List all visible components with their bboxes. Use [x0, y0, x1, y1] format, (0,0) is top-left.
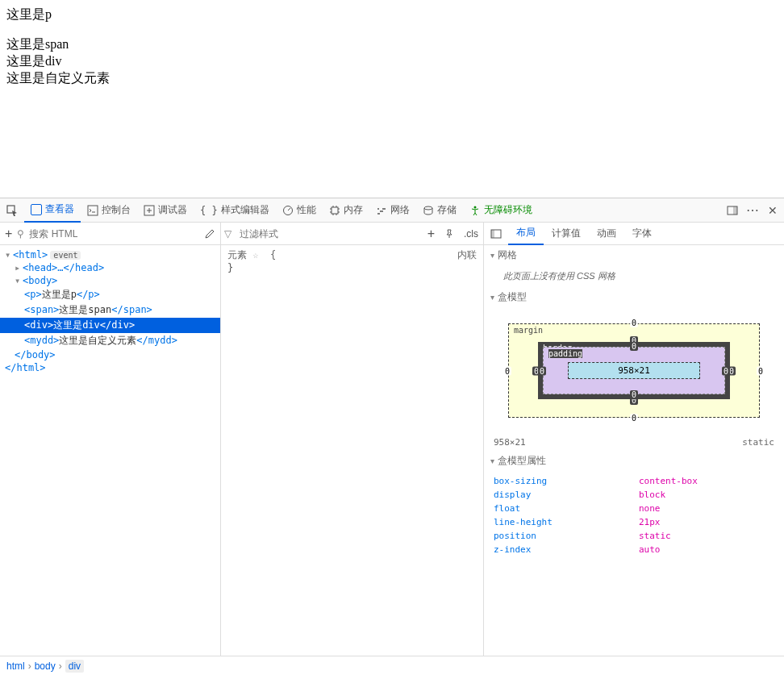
boxmodel-section-header[interactable]: ▾盒模型	[484, 287, 784, 307]
memory-icon	[329, 205, 340, 216]
breadcrumb: html › body › div	[0, 656, 784, 675]
prop-row[interactable]: z-indexauto	[494, 543, 774, 556]
rendered-page: 这里是p 这里是span 这里是div 这里是自定义元素	[0, 0, 784, 198]
accessibility-icon	[469, 205, 481, 216]
crumb-body[interactable]: body	[35, 660, 56, 672]
crumb-html[interactable]: html	[6, 660, 25, 672]
search-input[interactable]	[29, 228, 199, 240]
toggle-panel-button[interactable]	[484, 228, 508, 240]
dom-tree[interactable]: ▾<html>event ▸<head>…</head> ▾<body> <p>…	[0, 245, 220, 656]
tab-storage[interactable]: 存储	[416, 198, 463, 223]
svg-point-5	[424, 206, 432, 210]
layout-panel: 布局 计算值 动画 字体 ▾网格 此页面上没有使用 CSS 网格 ▾盒模型 ma…	[484, 223, 784, 656]
console-icon	[87, 205, 98, 216]
devtools-tabs: 查看器 控制台 调试器 { } 样式编辑器 性能 内存 网络 存储	[0, 198, 784, 223]
braces-icon: { }	[200, 205, 218, 216]
tab-inspector[interactable]: 查看器	[24, 198, 81, 223]
page-span: 这里是span	[6, 36, 778, 53]
inspector-icon	[31, 204, 42, 215]
debugger-icon	[144, 205, 155, 216]
boxmodel-summary: 958×21 static	[484, 434, 784, 451]
tab-font[interactable]: 字体	[624, 223, 660, 245]
tab-layout[interactable]: 布局	[508, 223, 544, 245]
page-div: 这里是div	[6, 53, 778, 70]
page-custom: 这里是自定义元素	[6, 70, 778, 87]
svg-rect-8	[733, 206, 737, 215]
gauge-icon	[282, 205, 294, 216]
prop-row[interactable]: positionstatic	[494, 529, 774, 543]
edit-icon[interactable]	[204, 228, 215, 240]
cls-button[interactable]: .cls	[459, 228, 483, 240]
filter-input[interactable]	[235, 228, 423, 240]
tab-animation[interactable]: 动画	[589, 223, 624, 245]
styles-panel: ▽ + .cls 元素 ☆ { 内联 }	[221, 223, 484, 656]
prop-row[interactable]: line-height21px	[494, 515, 774, 529]
picker-icon	[6, 205, 18, 216]
tab-debugger[interactable]: 调试器	[137, 198, 194, 223]
svg-point-6	[473, 206, 476, 208]
close-devtools-button[interactable]: ✕	[768, 204, 778, 217]
tab-console[interactable]: 控制台	[81, 198, 137, 223]
add-node-button[interactable]: +	[5, 227, 12, 241]
add-rule-button[interactable]: +	[423, 227, 440, 241]
box-content-size[interactable]: 958×21	[568, 362, 700, 379]
boxmodel-props-list: box-sizingcontent-boxdisplayblockfloatno…	[484, 471, 784, 560]
tab-performance[interactable]: 性能	[276, 198, 323, 223]
more-button[interactable]: ⋯	[746, 202, 760, 218]
grid-empty-msg: 此页面上没有使用 CSS 网格	[484, 265, 784, 287]
tab-accessibility[interactable]: 无障碍环境	[463, 198, 539, 223]
element-picker-button[interactable]	[0, 198, 24, 223]
network-icon	[376, 205, 387, 216]
dom-panel: + ⚲ ▾<html>event ▸<head>…</head> ▾<body>…	[0, 223, 221, 656]
search-icon: ⚲	[17, 228, 24, 240]
svg-rect-1	[88, 206, 98, 215]
page-p: 这里是p	[6, 6, 778, 23]
storage-icon	[423, 205, 434, 216]
svg-rect-4	[332, 207, 338, 214]
selected-node: <div>这里是div</div>	[0, 318, 220, 333]
rules-list[interactable]: 元素 ☆ { 内联 }	[221, 245, 483, 656]
svg-rect-10	[491, 230, 494, 238]
devtools-panel: 查看器 控制台 调试器 { } 样式编辑器 性能 内存 网络 存储	[0, 198, 784, 675]
filter-icon: ▽	[221, 228, 235, 240]
prop-row[interactable]: displayblock	[494, 488, 774, 502]
prop-row[interactable]: box-sizingcontent-box	[494, 474, 774, 488]
boxmodel-props-header[interactable]: ▾盒模型属性	[484, 451, 784, 471]
prop-row[interactable]: floatnone	[494, 502, 774, 515]
box-model-diagram[interactable]: margin 0 0 0 0 border 0 0 0 0 padding 0	[484, 307, 784, 434]
tab-style-editor[interactable]: { } 样式编辑器	[194, 198, 276, 223]
pin-button[interactable]	[440, 229, 459, 239]
dock-side-icon[interactable]	[727, 205, 738, 216]
tab-memory[interactable]: 内存	[323, 198, 369, 223]
tab-network[interactable]: 网络	[369, 198, 416, 223]
crumb-div[interactable]: div	[65, 660, 84, 673]
tab-computed[interactable]: 计算值	[544, 223, 589, 245]
grid-section-header[interactable]: ▾网格	[484, 245, 784, 265]
